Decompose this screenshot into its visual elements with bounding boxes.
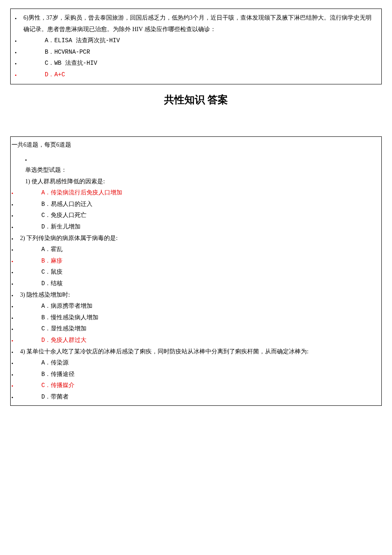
- q1-option-c: C．免疫人口死亡: [15, 210, 380, 221]
- bullet-icon: •: [12, 221, 15, 232]
- question-1-stem: 1) 使人群易感性降低的因素是:: [12, 176, 380, 188]
- q1-option-b: B．易感人口的迁入: [15, 199, 380, 210]
- bullet-icon: •: [12, 244, 15, 254]
- bullet-icon: •: [15, 69, 18, 80]
- question-2-stem: 2) 下列传染病的病原体属于病毒的是:: [15, 233, 380, 244]
- q2-option-a-row: • A．霍乱: [12, 244, 380, 255]
- section-title: 共性知识 答案: [10, 93, 382, 107]
- bullet-icon: •: [12, 391, 15, 402]
- bullet-icon: •: [15, 12, 18, 23]
- question-6-stem: 6)男性，37岁，采购员，曾去泰国旅游，回国后感乏力，低热约3个月，近日干咳，查…: [18, 12, 377, 35]
- q3-option-b-row: • B．慢性感染病人增加: [12, 312, 380, 324]
- q3-option-b: B．慢性感染病人增加: [15, 312, 380, 324]
- q3-option-d-row: • D．免疫人群过大: [12, 335, 380, 346]
- bullet-icon: •: [12, 289, 15, 300]
- q2-option-c-row: • C．鼠疫: [12, 266, 380, 278]
- q6-option-c: C．WB 法查抗-HIV: [18, 58, 377, 69]
- q1-option-c-row: • C．免疫人口死亡: [12, 210, 380, 221]
- q6-option-d-correct: D．A+C: [18, 69, 377, 81]
- bullet-icon: •: [12, 357, 15, 368]
- q6-option-a: A．ELISA 法查两次抗-HIV: [18, 35, 377, 46]
- q4-option-c-correct: C．传播媒介: [15, 380, 380, 391]
- question-2-stem-row: • 2) 下列传染病的病原体属于病毒的是:: [12, 233, 380, 244]
- q2-option-b-row: • B．麻疹: [12, 255, 380, 267]
- q6-option-b: B．HCVRNA-PCR: [18, 46, 377, 58]
- q2-option-b-correct: B．麻疹: [15, 255, 380, 267]
- question-box-1: • 6)男性，37岁，采购员，曾去泰国旅游，回国后感乏力，低热约3个月，近日干咳…: [10, 9, 382, 84]
- bullet-icon: •: [12, 301, 15, 311]
- bullet-icon: •: [12, 278, 15, 289]
- q6-option-b-row: • B．HCVRNA-PCR: [15, 46, 377, 58]
- q2-option-a: A．霍乱: [15, 244, 380, 255]
- quiz-info-line: 一共6道题，每页6道题: [12, 139, 380, 151]
- q2-option-d-row: • D．结核: [12, 278, 380, 289]
- q1-option-a-correct: A．传染病流行后免疫人口增加: [15, 187, 380, 199]
- bullet-icon: •: [12, 380, 15, 390]
- q4-option-a: A．传染源: [15, 357, 380, 369]
- question-3-stem-row: • 3) 隐性感染增加时:: [12, 289, 380, 301]
- q1-option-a-row: • A．传染病流行后免疫人口增加: [12, 187, 380, 199]
- q4-option-b-row: • B．传播途径: [12, 369, 380, 380]
- question-6-stem-row: • 6)男性，37岁，采购员，曾去泰国旅游，回国后感乏力，低热约3个月，近日干咳…: [15, 12, 377, 35]
- bullet-icon: •: [12, 346, 15, 357]
- q4-option-a-row: • A．传染源: [12, 357, 380, 369]
- bullet-icon: •: [12, 233, 15, 243]
- bullet-icon: •: [12, 335, 15, 345]
- bullet-icon: •: [12, 312, 15, 323]
- q4-option-d-row: • D．带菌者: [12, 391, 380, 403]
- q6-option-d-row: • D．A+C: [15, 69, 377, 81]
- q3-option-c: C．显性感染增加: [15, 323, 380, 335]
- page-wrapper: • 6)男性，37岁，采购员，曾去泰国旅游，回国后感乏力，低热约3个月，近日干咳…: [0, 0, 392, 423]
- question-box-2: 一共6道题，每页6道题 • 单选类型试题： 1) 使人群易感性降低的因素是: •…: [10, 136, 382, 406]
- q2-option-d: D．结核: [15, 278, 380, 289]
- bullet-icon: •: [15, 35, 18, 46]
- bullet-icon: •: [12, 266, 15, 277]
- bullet-icon: •: [12, 199, 15, 209]
- bullet-icon: •: [12, 187, 15, 198]
- q2-option-c: C．鼠疫: [15, 266, 380, 278]
- question-4-stem-row: • 4) 某单位十余人吃了某冷饮店的冰棒后感染了痢疾，同时防疫站从冰棒中分离到了…: [12, 346, 380, 358]
- bullet-icon: •: [12, 255, 15, 266]
- q3-option-a-row: • A．病原携带者增加: [12, 301, 380, 312]
- q4-option-c-row: • C．传播媒介: [12, 380, 380, 391]
- question-3-stem: 3) 隐性感染增加时:: [15, 289, 380, 301]
- question-type-heading: 单选类型试题：: [12, 165, 380, 176]
- bullet-icon: •: [12, 369, 15, 379]
- q3-option-d-correct: D．免疫人群过大: [15, 335, 380, 346]
- q3-option-a: A．病原携带者增加: [15, 301, 380, 312]
- q4-option-d: D．带菌者: [15, 391, 380, 403]
- q1-option-d-row: • D．新生儿增加: [12, 221, 380, 233]
- bullet-icon: •: [15, 46, 18, 57]
- q1-option-b-row: • B．易感人口的迁入: [12, 199, 380, 210]
- q6-option-c-row: • C．WB 法查抗-HIV: [15, 58, 377, 69]
- question-4-stem: 4) 某单位十余人吃了某冷饮店的冰棒后感染了痢疾，同时防疫站从冰棒中分离到了痢疾…: [15, 346, 380, 358]
- q3-option-c-row: • C．显性感染增加: [12, 323, 380, 335]
- bullet-icon: •: [12, 210, 15, 220]
- q1-option-d: D．新生儿增加: [15, 221, 380, 233]
- q4-option-b: B．传播途径: [15, 369, 380, 380]
- bullet-icon: •: [12, 156, 380, 165]
- bullet-icon: •: [12, 323, 15, 334]
- bullet-icon: •: [15, 58, 18, 68]
- q6-option-a-row: • A．ELISA 法查两次抗-HIV: [15, 35, 377, 46]
